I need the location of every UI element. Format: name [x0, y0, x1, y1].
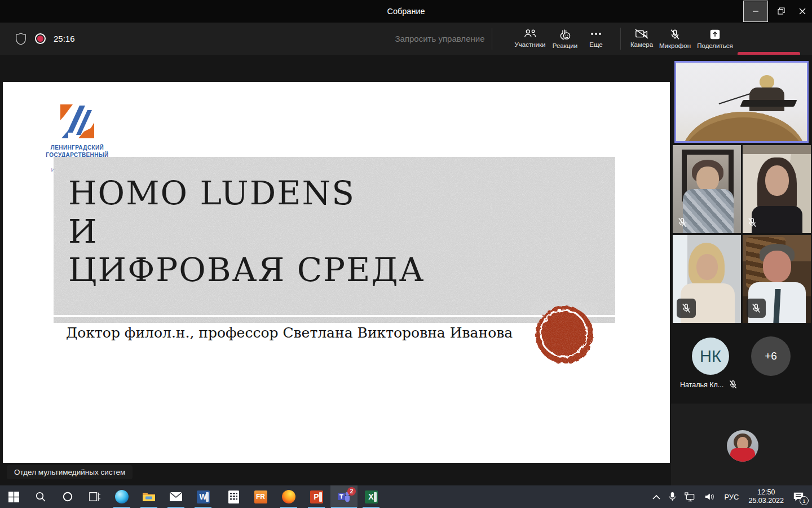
- cortana-icon: [62, 491, 73, 502]
- participant-face: [696, 254, 718, 280]
- participant-initials-avatar[interactable]: НК: [692, 338, 729, 375]
- muted-mic-icon: [728, 379, 738, 389]
- taskbar-powerpoint[interactable]: P: [303, 485, 330, 508]
- cortana-button[interactable]: [54, 485, 81, 508]
- video-tile-active-speaker[interactable]: [674, 61, 809, 143]
- search-icon: [35, 491, 46, 502]
- share-button[interactable]: Поделиться: [697, 25, 733, 53]
- window-titlebar: Собрание: [0, 0, 812, 23]
- title-banner: HOMO LUDENS И ЦИФРОВАЯ СРЕДА: [54, 157, 615, 315]
- window-title: Собрание: [0, 0, 812, 23]
- more-button[interactable]: Еще: [580, 25, 612, 53]
- more-icon: [589, 28, 603, 40]
- recording-indicator-icon: [35, 33, 46, 44]
- request-control-button[interactable]: Запросить управление: [372, 23, 508, 55]
- toolbar-divider: [492, 28, 492, 50]
- participant-body: [752, 206, 802, 233]
- search-button[interactable]: [27, 485, 54, 508]
- participant-face: [765, 165, 789, 196]
- participants-sidebar: НК +6 Наталья Кл...: [670, 55, 812, 485]
- video-tile-participant-3[interactable]: [673, 235, 741, 323]
- taskbar-word[interactable]: W: [189, 485, 217, 508]
- mail-icon: [169, 492, 183, 502]
- task-view-button[interactable]: [81, 485, 108, 508]
- presenter-name-overlay: Отдел мультимедийных систем: [7, 465, 133, 479]
- muted-mic-badge: [677, 299, 696, 318]
- red-stamp-icon: [532, 302, 597, 367]
- tray-microphone-button[interactable]: [664, 485, 681, 508]
- language-indicator[interactable]: РУС: [719, 485, 744, 508]
- page-edge: [374, 492, 377, 502]
- system-tray: РУС 12:50 25.03.2022 1: [648, 485, 812, 508]
- shared-content-stage: ЛЕНИНГРАДСКИЙ ГОСУДАРСТВЕННЫЙ УНИВЕРСИТЕ…: [0, 55, 670, 485]
- microphone-off-icon: [669, 28, 681, 41]
- task-view-icon: [89, 492, 100, 502]
- share-icon: [709, 28, 721, 41]
- microphone-button[interactable]: Микрофон: [659, 25, 691, 53]
- participant-name-label: Наталья Кл...: [680, 381, 724, 389]
- tray-volume-button[interactable]: [700, 485, 719, 508]
- meeting-status: 25:16: [15, 23, 75, 55]
- self-avatar[interactable]: [727, 430, 758, 462]
- shield-icon: [15, 32, 27, 46]
- taskbar-calculator[interactable]: [220, 485, 247, 508]
- reactions-button[interactable]: Реакции: [549, 25, 581, 53]
- clock[interactable]: 12:50 25.03.2022: [744, 488, 788, 505]
- muted-mic-icon: [681, 303, 692, 314]
- action-center-button[interactable]: 1: [788, 485, 812, 508]
- video-tile-participant-4[interactable]: [743, 235, 811, 323]
- participant-face: [696, 167, 719, 191]
- muted-mic-icon: [676, 216, 689, 229]
- powerpoint-icon: P: [310, 491, 323, 503]
- toolbar-divider: [620, 28, 621, 50]
- taskbar-mail[interactable]: [162, 485, 189, 508]
- excel-icon: X: [365, 491, 378, 503]
- reactions-icon: [558, 28, 572, 41]
- tray-time: 12:50: [748, 488, 784, 497]
- participants-button[interactable]: Участники: [514, 25, 546, 53]
- restore-icon: [778, 7, 785, 15]
- restore-button[interactable]: [769, 0, 793, 22]
- ceiling-beam: [743, 145, 811, 154]
- windows-taskbar: W FR P: [0, 485, 812, 508]
- speaker-body: [749, 87, 784, 111]
- video-tile-participant-2[interactable]: [743, 145, 811, 233]
- close-icon: [799, 8, 806, 15]
- banner-echo-strip: [54, 317, 615, 323]
- minimize-button[interactable]: [743, 1, 768, 22]
- podium-laptop: [740, 100, 797, 107]
- file-explorer-icon: [142, 491, 156, 502]
- taskbar-finereader[interactable]: FR: [247, 485, 274, 508]
- muted-mic-icon: [746, 216, 758, 229]
- windows-start-icon: [8, 492, 19, 502]
- tray-network-button[interactable]: [681, 485, 700, 508]
- notification-count-badge: 1: [800, 496, 809, 505]
- taskbar-excel[interactable]: X: [358, 485, 385, 508]
- page-edge: [319, 492, 322, 502]
- start-button[interactable]: [0, 485, 27, 508]
- overflow-participants-avatar[interactable]: +6: [751, 336, 791, 376]
- slide-subtitle: Доктор филол.н., профессор Светлана Викт…: [66, 325, 513, 341]
- meeting-timer: 25:16: [54, 34, 75, 43]
- network-icon: [685, 492, 696, 502]
- speaker-icon: [704, 492, 715, 501]
- camera-off-icon: [634, 28, 649, 40]
- self-view-panel: [671, 404, 812, 485]
- word-icon: W: [197, 491, 210, 503]
- close-button[interactable]: [793, 0, 812, 22]
- avatar-jacket: [730, 448, 755, 462]
- participant-face: [763, 251, 791, 282]
- video-tile-participant-1[interactable]: [673, 145, 741, 233]
- taskbar-file-explorer[interactable]: [135, 485, 162, 508]
- taskbar-firefox[interactable]: [275, 485, 302, 508]
- taskbar-teams[interactable]: 2: [330, 485, 358, 508]
- presentation-slide: ЛЕНИНГРАДСКИЙ ГОСУДАРСТВЕННЫЙ УНИВЕРСИТЕ…: [3, 82, 670, 463]
- participants-icon: [523, 28, 537, 40]
- firefox-icon: [282, 490, 295, 503]
- tray-chevron-button[interactable]: [648, 485, 664, 508]
- tray-date: 25.03.2022: [748, 497, 784, 505]
- taskbar-edge[interactable]: [108, 485, 135, 508]
- muted-mic-icon: [751, 303, 762, 314]
- camera-button[interactable]: Камера: [625, 25, 658, 53]
- minimize-icon: [752, 8, 759, 15]
